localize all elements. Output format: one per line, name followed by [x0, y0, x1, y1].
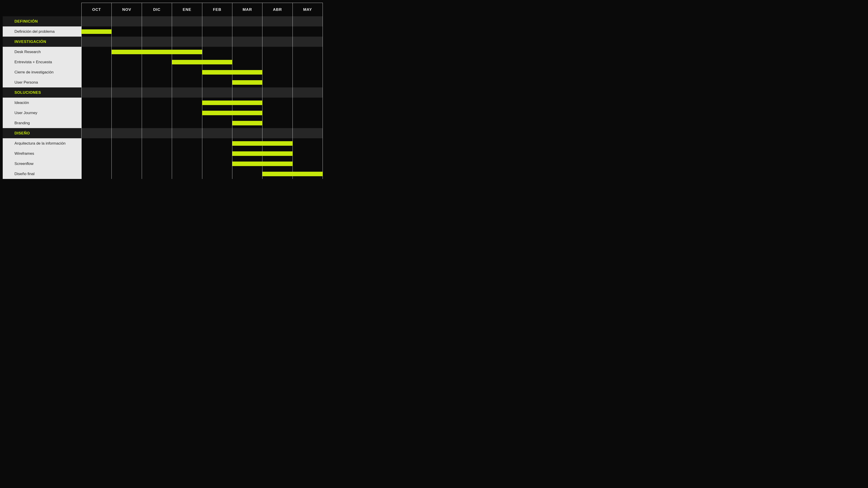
- timeline-cell: [142, 16, 172, 26]
- section-label: INVESTIGACIÓN: [3, 37, 81, 47]
- timeline-cell: [232, 26, 262, 37]
- timeline-cell: [142, 88, 172, 98]
- timeline-cell: [293, 37, 323, 47]
- gantt-bar: [112, 50, 202, 54]
- timeline-cell: [112, 26, 142, 37]
- task-label: Definición del problema: [3, 26, 81, 37]
- timeline-cell: [232, 128, 262, 138]
- section-row: DEFINICIÓN: [3, 16, 323, 26]
- timeline-cell: [81, 169, 112, 179]
- timeline-cell: [293, 149, 323, 159]
- timeline-cell: [262, 77, 292, 88]
- task-row: Cierre de investigación: [3, 67, 323, 77]
- timeline-cell: [262, 37, 292, 47]
- timeline-cell: [202, 47, 232, 57]
- month-header-row: OCTNOVDICENEFEBMARABRMAY: [3, 3, 323, 16]
- task-timeline: [81, 26, 323, 37]
- month-header-nov: NOV: [112, 3, 142, 16]
- task-row: Entrevista + Encuesta: [3, 57, 323, 67]
- section-timeline: [81, 37, 323, 47]
- timeline-cell: [112, 159, 142, 169]
- task-timeline: [81, 138, 323, 149]
- timeline-cell: [202, 77, 232, 88]
- timeline-cell: [293, 159, 323, 169]
- gantt-bar: [232, 121, 263, 125]
- task-label: User Persona: [3, 77, 81, 88]
- timeline-cell: [293, 118, 323, 128]
- task-row: Wireframes: [3, 149, 323, 159]
- task-row: Screenflow: [3, 159, 323, 169]
- month-header-mar: MAR: [232, 3, 262, 16]
- timeline-cell: [81, 138, 112, 149]
- gantt-bar: [262, 172, 323, 176]
- timeline-cell: [172, 118, 202, 128]
- task-timeline: [81, 118, 323, 128]
- timeline-cell: [142, 169, 172, 179]
- gantt-rows: DEFINICIÓNDefinición del problemaINVESTI…: [3, 16, 323, 179]
- timeline-cell: [232, 88, 262, 98]
- timeline-cell: [202, 118, 232, 128]
- gantt-bar: [232, 151, 293, 156]
- gantt-bar: [202, 111, 262, 115]
- timeline-cell: [112, 77, 142, 88]
- timeline-cell: [232, 169, 262, 179]
- timeline-cell: [142, 26, 172, 37]
- gantt-bar: [172, 60, 232, 64]
- timeline-cell: [202, 88, 232, 98]
- section-row: INVESTIGACIÓN: [3, 37, 323, 47]
- timeline-cell: [262, 118, 292, 128]
- timeline-cell: [172, 77, 202, 88]
- month-header-may: MAY: [293, 3, 323, 16]
- section-label: DISEÑO: [3, 128, 81, 138]
- timeline-cell: [172, 37, 202, 47]
- timeline-cell: [202, 37, 232, 47]
- task-label: Branding: [3, 118, 81, 128]
- timeline-cell: [81, 88, 112, 98]
- gantt-bar: [232, 80, 263, 85]
- timeline-cell: [293, 88, 323, 98]
- timeline-cell: [112, 149, 142, 159]
- timeline-cell: [172, 138, 202, 149]
- timeline-cell: [142, 138, 172, 149]
- timeline-cell: [81, 16, 112, 26]
- timeline-cell: [262, 128, 292, 138]
- month-headers: OCTNOVDICENEFEBMARABRMAY: [81, 3, 323, 16]
- timeline-cell: [142, 128, 172, 138]
- task-row: User Persona: [3, 77, 323, 88]
- timeline-cell: [81, 108, 112, 118]
- task-label: Arquitectura de la información: [3, 138, 81, 149]
- timeline-cell: [81, 67, 112, 77]
- timeline-cell: [142, 108, 172, 118]
- timeline-cell: [81, 47, 112, 57]
- timeline-cell: [112, 88, 142, 98]
- timeline-cell: [202, 159, 232, 169]
- task-timeline: [81, 169, 323, 179]
- timeline-cell: [142, 37, 172, 47]
- timeline-cell: [112, 16, 142, 26]
- timeline-cell: [81, 128, 112, 138]
- task-label: Desk Research: [3, 47, 81, 57]
- timeline-cell: [293, 47, 323, 57]
- timeline-cell: [172, 149, 202, 159]
- timeline-cell: [112, 98, 142, 108]
- task-label: Wireframes: [3, 149, 81, 159]
- task-timeline: [81, 67, 323, 77]
- task-label: Cierre de investigación: [3, 67, 81, 77]
- timeline-cell: [142, 57, 172, 67]
- timeline-cell: [172, 159, 202, 169]
- timeline-cell: [202, 169, 232, 179]
- timeline-cell: [112, 108, 142, 118]
- section-row: DISEÑO: [3, 128, 323, 138]
- timeline-cell: [262, 108, 292, 118]
- timeline-cell: [81, 118, 112, 128]
- task-label: Diseño final: [3, 169, 81, 179]
- timeline-cell: [142, 98, 172, 108]
- task-row: Arquitectura de la información: [3, 138, 323, 149]
- section-label: SOLUCIONES: [3, 88, 81, 98]
- task-timeline: [81, 77, 323, 88]
- gantt-bar: [232, 141, 293, 146]
- timeline-cell: [293, 128, 323, 138]
- timeline-cell: [232, 57, 262, 67]
- timeline-cell: [81, 98, 112, 108]
- timeline-cell: [142, 77, 172, 88]
